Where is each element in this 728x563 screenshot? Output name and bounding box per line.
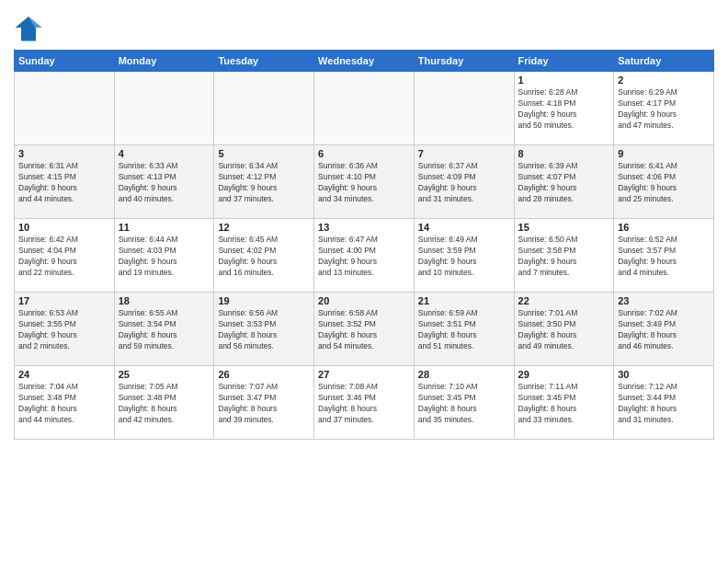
day-cell — [15, 72, 115, 145]
day-number: 13 — [318, 222, 410, 233]
day-cell: 6Sunrise: 6:36 AM Sunset: 4:10 PM Daylig… — [314, 145, 415, 219]
day-number: 3 — [18, 148, 110, 159]
week-row-2: 3Sunrise: 6:31 AM Sunset: 4:15 PM Daylig… — [15, 145, 714, 219]
day-cell: 11Sunrise: 6:44 AM Sunset: 4:03 PM Dayli… — [114, 219, 214, 293]
day-cell: 15Sunrise: 6:50 AM Sunset: 3:58 PM Dayli… — [514, 219, 614, 293]
day-number: 15 — [518, 222, 610, 233]
day-info: Sunrise: 6:41 AM Sunset: 4:06 PM Dayligh… — [618, 161, 710, 205]
day-info: Sunrise: 6:47 AM Sunset: 4:00 PM Dayligh… — [318, 235, 410, 279]
day-cell: 19Sunrise: 6:56 AM Sunset: 3:53 PM Dayli… — [214, 293, 314, 366]
day-cell: 17Sunrise: 6:53 AM Sunset: 3:55 PM Dayli… — [15, 293, 115, 366]
week-row-4: 17Sunrise: 6:53 AM Sunset: 3:55 PM Dayli… — [15, 293, 714, 366]
page-container: SundayMondayTuesdayWednesdayThursdayFrid… — [0, 0, 728, 449]
day-number: 22 — [518, 295, 610, 306]
week-row-1: 1Sunrise: 6:28 AM Sunset: 4:18 PM Daylig… — [15, 72, 714, 145]
day-cell: 10Sunrise: 6:42 AM Sunset: 4:04 PM Dayli… — [15, 219, 115, 293]
day-number: 5 — [218, 148, 310, 159]
day-cell: 23Sunrise: 7:02 AM Sunset: 3:49 PM Dayli… — [614, 293, 714, 366]
day-number: 4 — [119, 148, 210, 159]
day-number: 14 — [418, 222, 510, 233]
day-info: Sunrise: 6:53 AM Sunset: 3:55 PM Dayligh… — [18, 308, 110, 352]
day-info: Sunrise: 6:37 AM Sunset: 4:09 PM Dayligh… — [418, 161, 510, 205]
day-number: 7 — [418, 148, 510, 159]
header — [14, 9, 714, 42]
day-cell: 5Sunrise: 6:34 AM Sunset: 4:12 PM Daylig… — [214, 145, 314, 219]
day-cell: 8Sunrise: 6:39 AM Sunset: 4:07 PM Daylig… — [514, 145, 614, 219]
day-number: 11 — [119, 222, 210, 233]
weekday-header-sunday: Sunday — [15, 51, 115, 72]
day-number: 9 — [618, 148, 710, 159]
day-cell: 3Sunrise: 6:31 AM Sunset: 4:15 PM Daylig… — [15, 145, 115, 219]
svg-marker-0 — [16, 17, 42, 40]
day-number: 29 — [518, 369, 610, 380]
day-cell: 14Sunrise: 6:49 AM Sunset: 3:59 PM Dayli… — [414, 219, 514, 293]
day-number: 27 — [318, 369, 410, 380]
calendar-table: SundayMondayTuesdayWednesdayThursdayFrid… — [14, 50, 714, 440]
weekday-header-thursday: Thursday — [414, 51, 514, 72]
weekday-header-saturday: Saturday — [614, 51, 714, 72]
day-info: Sunrise: 6:28 AM Sunset: 4:18 PM Dayligh… — [518, 87, 610, 132]
day-info: Sunrise: 6:42 AM Sunset: 4:04 PM Dayligh… — [18, 235, 110, 279]
day-number: 2 — [618, 75, 710, 86]
day-number: 26 — [218, 369, 310, 380]
day-number: 17 — [18, 295, 110, 306]
day-info: Sunrise: 6:29 AM Sunset: 4:17 PM Dayligh… — [618, 87, 710, 132]
day-info: Sunrise: 7:07 AM Sunset: 3:47 PM Dayligh… — [218, 382, 310, 426]
week-row-3: 10Sunrise: 6:42 AM Sunset: 4:04 PM Dayli… — [15, 219, 714, 293]
day-info: Sunrise: 6:56 AM Sunset: 3:53 PM Dayligh… — [218, 308, 310, 352]
weekday-header-row: SundayMondayTuesdayWednesdayThursdayFrid… — [15, 51, 714, 72]
day-cell: 27Sunrise: 7:08 AM Sunset: 3:46 PM Dayli… — [314, 366, 415, 440]
day-cell: 2Sunrise: 6:29 AM Sunset: 4:17 PM Daylig… — [614, 72, 714, 145]
day-cell: 26Sunrise: 7:07 AM Sunset: 3:47 PM Dayli… — [214, 366, 314, 440]
day-number: 12 — [218, 222, 310, 233]
day-info: Sunrise: 6:59 AM Sunset: 3:51 PM Dayligh… — [418, 308, 510, 352]
day-cell — [214, 72, 314, 145]
day-info: Sunrise: 6:49 AM Sunset: 3:59 PM Dayligh… — [418, 235, 510, 279]
day-info: Sunrise: 6:36 AM Sunset: 4:10 PM Dayligh… — [318, 161, 410, 205]
day-number: 21 — [418, 295, 510, 306]
day-cell: 20Sunrise: 6:58 AM Sunset: 3:52 PM Dayli… — [314, 293, 415, 366]
day-number: 8 — [518, 148, 610, 159]
day-cell — [314, 72, 415, 145]
day-info: Sunrise: 7:11 AM Sunset: 3:45 PM Dayligh… — [518, 382, 610, 426]
day-cell: 7Sunrise: 6:37 AM Sunset: 4:09 PM Daylig… — [414, 145, 514, 219]
day-info: Sunrise: 6:39 AM Sunset: 4:07 PM Dayligh… — [518, 161, 610, 205]
day-info: Sunrise: 6:45 AM Sunset: 4:02 PM Dayligh… — [218, 235, 310, 279]
weekday-header-friday: Friday — [514, 51, 614, 72]
day-cell: 30Sunrise: 7:12 AM Sunset: 3:44 PM Dayli… — [614, 366, 714, 440]
day-number: 23 — [618, 295, 710, 306]
day-cell: 16Sunrise: 6:52 AM Sunset: 3:57 PM Dayli… — [614, 219, 714, 293]
day-cell: 9Sunrise: 6:41 AM Sunset: 4:06 PM Daylig… — [614, 145, 714, 219]
day-cell: 13Sunrise: 6:47 AM Sunset: 4:00 PM Dayli… — [314, 219, 415, 293]
day-cell: 21Sunrise: 6:59 AM Sunset: 3:51 PM Dayli… — [414, 293, 514, 366]
day-cell: 18Sunrise: 6:55 AM Sunset: 3:54 PM Dayli… — [114, 293, 214, 366]
day-number: 18 — [119, 295, 210, 306]
day-info: Sunrise: 6:58 AM Sunset: 3:52 PM Dayligh… — [318, 308, 410, 352]
day-number: 30 — [618, 369, 710, 380]
day-number: 24 — [18, 369, 110, 380]
day-cell: 1Sunrise: 6:28 AM Sunset: 4:18 PM Daylig… — [514, 72, 614, 145]
week-row-5: 24Sunrise: 7:04 AM Sunset: 3:48 PM Dayli… — [15, 366, 714, 440]
logo-icon — [14, 13, 43, 42]
day-info: Sunrise: 7:04 AM Sunset: 3:48 PM Dayligh… — [18, 382, 110, 426]
day-cell — [114, 72, 214, 145]
day-number: 25 — [119, 369, 210, 380]
weekday-header-tuesday: Tuesday — [214, 51, 314, 72]
day-info: Sunrise: 7:12 AM Sunset: 3:44 PM Dayligh… — [618, 382, 710, 426]
day-number: 19 — [218, 295, 310, 306]
day-info: Sunrise: 7:02 AM Sunset: 3:49 PM Dayligh… — [618, 308, 710, 352]
day-cell: 12Sunrise: 6:45 AM Sunset: 4:02 PM Dayli… — [214, 219, 314, 293]
day-cell: 28Sunrise: 7:10 AM Sunset: 3:45 PM Dayli… — [414, 366, 514, 440]
day-number: 28 — [418, 369, 510, 380]
day-number: 16 — [618, 222, 710, 233]
day-cell: 4Sunrise: 6:33 AM Sunset: 4:13 PM Daylig… — [114, 145, 214, 219]
day-info: Sunrise: 6:50 AM Sunset: 3:58 PM Dayligh… — [518, 235, 610, 279]
day-info: Sunrise: 7:01 AM Sunset: 3:50 PM Dayligh… — [518, 308, 610, 352]
day-cell: 22Sunrise: 7:01 AM Sunset: 3:50 PM Dayli… — [514, 293, 614, 366]
day-info: Sunrise: 7:05 AM Sunset: 3:48 PM Dayligh… — [119, 382, 210, 426]
day-cell: 29Sunrise: 7:11 AM Sunset: 3:45 PM Dayli… — [514, 366, 614, 440]
day-info: Sunrise: 6:33 AM Sunset: 4:13 PM Dayligh… — [119, 161, 210, 205]
weekday-header-monday: Monday — [114, 51, 214, 72]
day-info: Sunrise: 6:44 AM Sunset: 4:03 PM Dayligh… — [119, 235, 210, 279]
day-info: Sunrise: 7:10 AM Sunset: 3:45 PM Dayligh… — [418, 382, 510, 426]
